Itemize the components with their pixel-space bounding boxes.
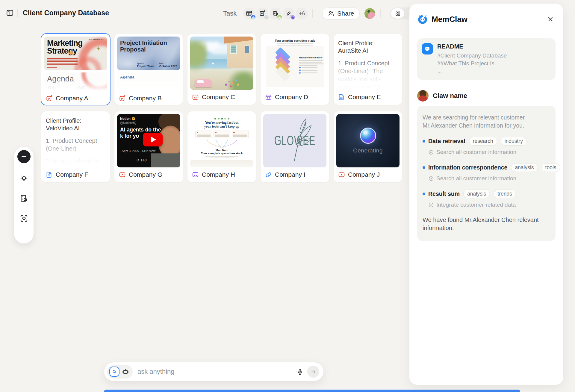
step-tag: tools <box>541 163 560 172</box>
more-collaborators-badge[interactable]: +6 <box>296 7 308 19</box>
svg-text:P: P <box>48 97 50 100</box>
task-chip-doc-edit[interactable]: P <box>270 7 282 19</box>
company-card[interactable]: GLOWEE Company I <box>261 111 329 182</box>
document-preview: Client Profile: AuraSite AI 1. Product C… <box>336 37 400 90</box>
card-footer: Company F <box>44 168 107 182</box>
company-card[interactable]: Notion ✓ @NotionHQ AI agents do thek for… <box>114 111 183 182</box>
search-mode-group <box>107 365 133 379</box>
readme-line: ... <box>437 67 507 75</box>
step-title: Information correspondence <box>428 164 507 171</box>
check-circle-icon <box>428 202 434 208</box>
readme-card[interactable]: README #Client Company Database ##What T… <box>417 38 556 80</box>
add-button[interactable] <box>17 150 31 163</box>
logo-text: GLOWEE <box>274 133 316 149</box>
people-icon <box>328 10 335 17</box>
user-avatar[interactable] <box>364 8 375 19</box>
card-title: Company F <box>56 171 88 178</box>
lightbulb-icon <box>19 174 28 183</box>
converging-lines <box>190 138 253 149</box>
grid-view-button[interactable] <box>391 8 404 19</box>
doc-line: Client Profile: AuraSite AI <box>338 40 398 55</box>
doc-search-button[interactable] <box>17 192 31 205</box>
video-icon <box>119 171 126 178</box>
scan-button[interactable] <box>17 212 31 225</box>
company-card-grid: SALFORD & CO. ✦ Marketing Strategy Agend… <box>41 34 402 182</box>
document-search-icon <box>19 194 28 203</box>
company-card[interactable]: Your complete operations stack Reliable … <box>261 34 329 105</box>
readme-content: README #Client Company Database ##What T… <box>437 43 507 75</box>
card-footer: Company J <box>336 168 400 182</box>
slides-icon: P <box>46 95 53 102</box>
company-card[interactable]: You're moving fast butyour tools can't k… <box>187 111 256 182</box>
play-button[interactable] <box>143 133 163 146</box>
arrow-right-icon <box>310 369 317 375</box>
readme-doc-icon <box>422 43 433 55</box>
doc-line: Client Profile: VeloVideo AI <box>46 117 105 132</box>
step-tag: industry <box>501 137 527 146</box>
card-title: Company G <box>129 171 162 178</box>
agent-intro-text: We are searching for relevant customer M… <box>423 113 534 130</box>
company-card[interactable]: Client Profile: VeloVideo AI 1. Product … <box>41 111 110 182</box>
card-title: Company J <box>348 171 380 178</box>
bullet-icon <box>423 193 425 195</box>
slides-icon: P <box>119 95 126 102</box>
repost-count: ⇄ 143 <box>136 158 147 162</box>
share-button[interactable]: Share <box>322 7 360 19</box>
card-title: Company B <box>129 95 162 102</box>
card-title: Company C <box>202 93 235 101</box>
video-icon <box>338 171 345 178</box>
task-chip-browser[interactable] <box>243 7 255 19</box>
readme-line: ##What This Project Is <box>437 60 507 67</box>
brand-line: Meet Keel. <box>190 149 253 152</box>
sidebar-toggle-button[interactable] <box>5 8 15 18</box>
card-footer: Company H <box>190 168 253 182</box>
company-card[interactable]: Generating Company J <box>334 111 402 182</box>
video-thumbnail: Notion ✓ @NotionHQ AI agents do thek for… <box>117 114 180 167</box>
agent-result-text: We have found Mr.Alexander Chen relevant… <box>423 216 539 232</box>
plus-icon <box>21 153 27 160</box>
webpage-headline: You're moving fast butyour tools can't k… <box>190 121 253 128</box>
search-input[interactable] <box>133 368 296 376</box>
collaborator-avatar <box>277 14 282 20</box>
step-status-text: Search all customer information <box>436 175 516 182</box>
card-title: Company A <box>56 95 88 102</box>
memclaw-logo-icon <box>417 14 428 25</box>
ai-orb <box>360 128 376 144</box>
task-chip-doc-add[interactable]: P <box>256 7 268 19</box>
company-card[interactable]: Company C <box>187 34 256 105</box>
collaborator-avatar <box>264 14 269 20</box>
search-mode-button[interactable] <box>109 367 119 377</box>
card-footer: Company G <box>117 168 180 182</box>
company-card[interactable]: Project Initiation Proposal SpeakerProje… <box>114 34 183 105</box>
header-toolbar: Task P P +6 Share <box>223 7 418 20</box>
svg-text:P: P <box>274 12 276 15</box>
card-footer: P Company B <box>117 92 180 106</box>
generating-thumbnail: Generating <box>336 114 400 167</box>
card-footer: Company E <box>336 90 400 105</box>
document-preview: Client Profile: VeloVideo AI 1. Product … <box>44 114 107 167</box>
web-icon <box>192 171 199 178</box>
task-chip-pen[interactable] <box>283 7 295 19</box>
microphone-icon <box>296 368 304 376</box>
ai-agent-button[interactable] <box>122 368 129 375</box>
voice-input-button[interactable] <box>296 368 304 376</box>
send-button[interactable] <box>307 366 319 378</box>
webpage-subtitle: Reliable internal tools <box>299 56 325 59</box>
web-icon <box>265 94 272 101</box>
task-label: Task <box>223 10 237 17</box>
bullet-icon <box>423 140 425 143</box>
company-card[interactable]: SALFORD & CO. ✦ Marketing Strategy Agend… <box>41 34 110 105</box>
step-title: Result sum <box>428 190 460 197</box>
close-panel-button[interactable] <box>545 14 556 24</box>
bottom-accent-bar <box>104 390 520 392</box>
company-card[interactable]: Client Profile: AuraSite AI 1. Product C… <box>334 34 402 105</box>
floating-toolbar <box>14 147 34 243</box>
robot-icon <box>122 368 129 375</box>
ideas-button[interactable] <box>17 172 31 185</box>
step-status-text: Integrate customer-related data <box>436 202 516 208</box>
step-tag: analysis <box>463 190 490 198</box>
webpage-subheadline: Your complete operations stack <box>190 152 253 155</box>
scan-focus-icon <box>19 214 28 223</box>
header-divider <box>17 9 18 17</box>
slide-title: Marketing Strategy <box>47 40 86 55</box>
